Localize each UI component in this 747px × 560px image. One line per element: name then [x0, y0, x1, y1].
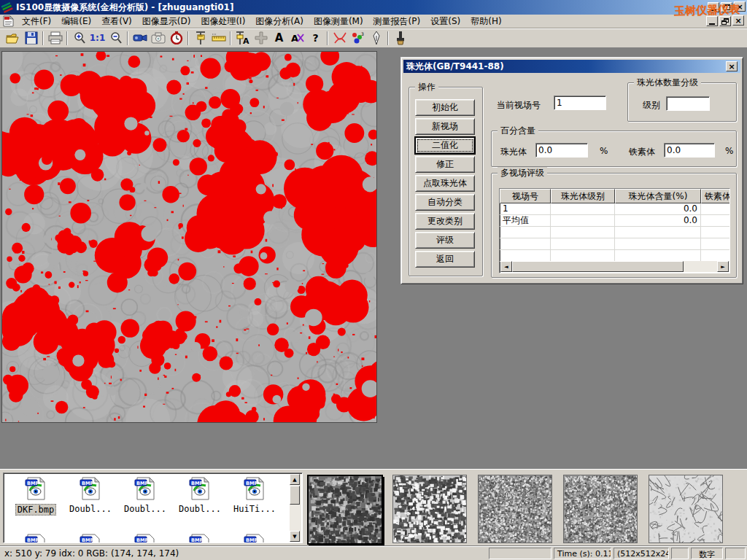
menu-item-view[interactable]: 查看(V)	[96, 14, 137, 29]
pen-tool-button[interactable]	[367, 30, 385, 47]
status-panel-empty	[671, 548, 689, 559]
col-ferrite-content[interactable]: 铁素体含量(%)	[701, 189, 730, 203]
brush-tool-button[interactable]	[391, 30, 409, 47]
bmp-file-icon: BMP	[243, 476, 266, 501]
file-item[interactable]: BMP Doubl...	[174, 476, 226, 514]
col-field-number[interactable]: 视场号	[500, 189, 551, 203]
open-button[interactable]	[4, 30, 22, 47]
ferrite-percent-input[interactable]	[664, 143, 715, 158]
svg-text:A: A	[291, 33, 298, 44]
delete-text-button[interactable]: A	[288, 30, 306, 47]
menu-item-report[interactable]: 测量报告(P)	[368, 14, 426, 29]
image-thumbnail[interactable]	[307, 475, 383, 545]
image-thumbnail[interactable]	[478, 475, 552, 543]
annotate-measure-button[interactable]: A	[233, 30, 252, 47]
menu-item-image-display[interactable]: 图像显示(D)	[137, 14, 196, 29]
svg-text:BMP: BMP	[27, 481, 39, 486]
curve-tool-button[interactable]	[330, 30, 349, 47]
child-close-button[interactable]: ×	[732, 15, 744, 26]
file-item-partial[interactable]: BMP	[9, 533, 62, 543]
file-item-partial[interactable]: BMP	[64, 533, 117, 543]
dialog-close-button[interactable]: ×	[726, 61, 738, 71]
actual-size-button[interactable]: 1:1	[88, 30, 107, 47]
file-name: DKF.bmp	[15, 504, 57, 516]
file-item[interactable]: BMP HuiTi...	[228, 476, 281, 514]
menu-item-image-analysis[interactable]: 图像分析(A)	[250, 14, 309, 29]
measure-ruler-button[interactable]	[209, 30, 228, 47]
grade-input[interactable]	[666, 96, 710, 111]
zoom-in-icon	[73, 31, 86, 44]
image-thumbnail[interactable]	[392, 475, 467, 543]
brush-icon	[395, 31, 406, 45]
file-item-partial[interactable]: BMP	[174, 533, 226, 543]
col-pearlite-grade[interactable]: 珠光体级别	[551, 189, 615, 203]
scroll-right-arrow[interactable]: ►	[717, 261, 729, 272]
initialize-button[interactable]: 初始化	[415, 99, 475, 116]
table-row-empty	[500, 227, 729, 238]
count-points-button[interactable]: 3	[349, 30, 367, 47]
dialog-title-bar[interactable]: 珠光体(GB/T9441-88) ×	[403, 60, 740, 73]
table-horizontal-scrollbar[interactable]: ◄ ►	[500, 261, 729, 272]
video-capture-button[interactable]	[131, 30, 149, 47]
file-item[interactable]: BMP Doubl...	[64, 476, 117, 514]
file-item[interactable]: BMP Doubl...	[119, 476, 171, 514]
save-icon	[25, 31, 38, 44]
scrollbar-thumb[interactable]	[290, 486, 300, 505]
multi-field-group-label: 多视场评级	[498, 167, 547, 179]
new-field-button[interactable]: 新视场	[415, 118, 475, 135]
table-row[interactable]: 平均值 0.0	[500, 215, 729, 227]
scroll-left-arrow[interactable]: ◄	[500, 261, 512, 272]
timer-button[interactable]	[167, 30, 185, 47]
image-thumbnail[interactable]	[563, 475, 638, 543]
menu-item-file[interactable]: 文件(F)	[17, 14, 56, 29]
current-field-input[interactable]	[554, 96, 606, 110]
correct-button[interactable]: 修正	[415, 156, 475, 173]
status-time: Time (s): 0.113	[554, 548, 611, 559]
file-item-partial[interactable]: BMP	[119, 533, 171, 543]
change-class-button[interactable]: 更改类别	[415, 213, 475, 230]
maximize-button[interactable]	[721, 2, 732, 12]
file-item-partial[interactable]: BMP	[228, 533, 281, 543]
image-thumbnail[interactable]	[649, 475, 723, 543]
return-button[interactable]: 返回	[415, 251, 475, 268]
metallographic-image[interactable]	[1, 51, 377, 423]
child-restore-button[interactable]	[719, 16, 731, 26]
scroll-down-arrow[interactable]: ▼	[290, 531, 300, 542]
save-button[interactable]	[22, 30, 40, 47]
child-minimize-button[interactable]	[706, 16, 718, 26]
menu-item-settings[interactable]: 设置(S)	[425, 14, 465, 29]
menu-item-image-measure[interactable]: 图像测量(M)	[309, 14, 368, 29]
file-browser[interactable]: BMP DKF.bmp BMP Doubl... BMP Doubl...	[3, 472, 303, 543]
print-button[interactable]	[46, 30, 64, 47]
grade-button[interactable]: 评级	[415, 232, 475, 249]
binarize-button[interactable]: 二值化	[415, 137, 475, 154]
table-row[interactable]: 1 0.0	[500, 203, 729, 215]
pick-pearlite-button[interactable]: 点取珠光体	[415, 175, 475, 192]
document-icon[interactable]	[3, 15, 14, 27]
file-list-scrollbar[interactable]: ▲ ▼	[290, 474, 301, 542]
close-button[interactable]: ×	[734, 1, 746, 12]
scrollbar-thumb[interactable]	[512, 261, 684, 272]
minimize-button[interactable]	[708, 2, 719, 12]
help-button[interactable]: ?	[306, 30, 325, 47]
menu-item-image-process[interactable]: 图像处理(I)	[196, 14, 250, 29]
status-panel-empty	[489, 548, 551, 559]
text-button[interactable]: A	[270, 30, 288, 47]
file-item[interactable]: BMP DKF.bmp	[9, 476, 62, 516]
svg-text:BMP: BMP	[191, 481, 203, 486]
toolbar-separator	[127, 31, 128, 45]
menu-item-help[interactable]: 帮助(H)	[465, 14, 506, 29]
move-button[interactable]	[252, 30, 270, 47]
auto-classify-button[interactable]: 自动分类	[415, 194, 475, 211]
zoom-out-button[interactable]	[107, 30, 125, 47]
cell-grade	[551, 215, 615, 226]
measure-length-button[interactable]	[191, 30, 209, 47]
count-points-icon: 3	[351, 31, 365, 44]
pearlite-percent-input[interactable]	[535, 143, 588, 158]
cursor-position-readout: x: 510 y: 79 idx: 0 RGB: (174, 174, 174)	[4, 548, 179, 559]
menu-item-edit[interactable]: 编辑(E)	[56, 14, 96, 29]
scroll-up-arrow[interactable]: ▲	[290, 474, 300, 485]
camera-button[interactable]	[149, 30, 167, 47]
col-pearlite-content[interactable]: 珠光体含量(%)	[615, 189, 701, 203]
zoom-in-button[interactable]	[70, 30, 88, 47]
